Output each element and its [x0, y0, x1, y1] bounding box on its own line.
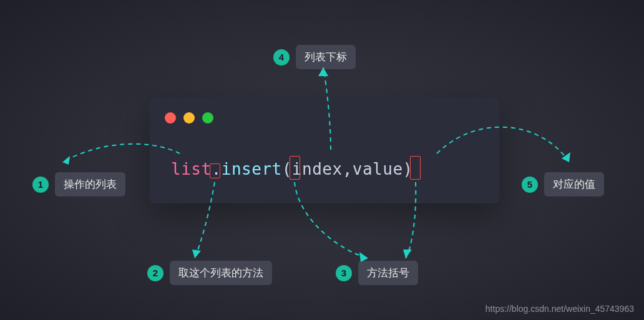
badge-2: 2 [147, 265, 163, 281]
annotation-5: 5 对应的值 [522, 172, 604, 196]
badge-5: 5 [522, 177, 538, 193]
svg-marker-0 [62, 156, 70, 165]
annotation-3: 3 方法括号 [336, 261, 418, 285]
label-2: 取这个列表的方法 [170, 261, 272, 285]
label-1: 操作的列表 [55, 172, 125, 196]
label-3: 方法括号 [358, 261, 418, 285]
close-icon [165, 112, 176, 124]
svg-marker-5 [562, 152, 570, 162]
badge-1: 1 [32, 177, 49, 193]
token-value: value [353, 160, 403, 178]
hl-close-paren [410, 156, 421, 180]
svg-marker-3 [403, 250, 412, 258]
badge-4: 4 [273, 49, 290, 65]
svg-marker-1 [192, 250, 201, 258]
hl-open-paren [290, 156, 300, 180]
watermark: https://blog.csdn.net/weixin_45743963 [485, 304, 634, 314]
label-5: 对应的值 [544, 172, 604, 196]
token-method: insert [222, 160, 282, 178]
annotation-4: 4 列表下标 [273, 45, 356, 69]
token-list: list [171, 160, 212, 178]
annotation-2: 2 取这个列表的方法 [147, 261, 272, 285]
token-comma: , [343, 160, 353, 178]
code-window: list.insert(index,value) [150, 97, 499, 203]
label-4: 列表下标 [296, 45, 356, 69]
badge-3: 3 [336, 265, 352, 281]
window-controls [165, 112, 213, 124]
maximize-icon [202, 112, 213, 124]
hl-dot [210, 163, 220, 178]
minimize-icon [183, 112, 195, 124]
annotation-1: 1 操作的列表 [32, 172, 125, 196]
